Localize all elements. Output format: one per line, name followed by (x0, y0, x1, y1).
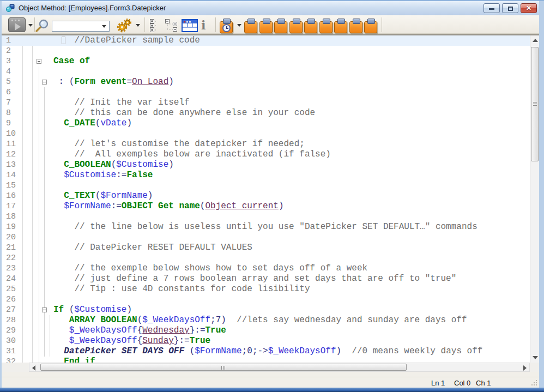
code-line[interactable]: 6 (2, 87, 530, 98)
code-line[interactable]: 27If ($Customise) (2, 305, 530, 315)
code-line[interactable]: 24 // just define a 7 rows boolean array… (2, 274, 530, 284)
horizontal-scroll-thumb[interactable] (40, 364, 407, 371)
clipboard-button-4[interactable] (289, 21, 303, 33)
code-line[interactable]: 26 (2, 294, 530, 305)
code-line[interactable]: 29 $_WeekDaysOff{Wednesday}:=True (2, 325, 530, 336)
code-line[interactable]: 1 //DatePicker sample code (2, 35, 530, 46)
macros-dropdown-arrow[interactable] (136, 24, 140, 27)
code-line[interactable]: 10 (2, 129, 530, 139)
line-number[interactable]: 13 (6, 160, 16, 170)
line-number[interactable]: 25 (6, 284, 16, 294)
line-number[interactable]: 31 (6, 346, 16, 357)
code-line[interactable]: 2 (2, 46, 530, 56)
line-number[interactable]: 20 (6, 232, 16, 243)
line-number[interactable]: 23 (6, 263, 16, 274)
line-number[interactable]: 18 (6, 212, 16, 222)
code-line[interactable]: 17 $FormName:=OBJECT Get name(Object cur… (2, 201, 530, 212)
code-line[interactable]: 18 (2, 212, 530, 222)
code-line[interactable]: 22 (2, 253, 530, 263)
scroll-up-arrow[interactable] (533, 39, 538, 42)
code-line[interactable]: 5 : (Form event=On Load) (2, 77, 530, 87)
resize-grip[interactable] (531, 379, 537, 386)
clipboard-button-5[interactable] (304, 21, 317, 33)
macros-gears-icon[interactable] (116, 18, 134, 33)
clipboard-button-1[interactable] (244, 21, 257, 33)
code-line[interactable]: 19 // the line below is useless until yo… (2, 222, 530, 232)
line-number[interactable]: 28 (6, 315, 16, 325)
title-bar[interactable]: Object Method: [Employees].Form3.Datepic… (2, 1, 539, 15)
code-line[interactable]: 20 (2, 232, 530, 243)
form-view-icon[interactable] (182, 19, 198, 32)
line-number[interactable]: 7 (6, 98, 11, 108)
code-line[interactable]: 31 DatePicker SET DAYS OFF ($FormName;0;… (2, 346, 530, 357)
code-line[interactable]: 13 C_BOOLEAN($Customise) (2, 160, 530, 170)
line-number[interactable]: 21 (6, 243, 16, 253)
run-dropdown-arrow[interactable] (28, 24, 33, 27)
code-line[interactable]: 9 C_DATE(vDate) (2, 118, 530, 129)
code-line[interactable]: 12 // All exemples below are inactivated… (2, 149, 530, 160)
line-number[interactable]: 5 (6, 77, 11, 87)
code-line[interactable]: 25 // Tip : use 4D constants for code li… (2, 284, 530, 294)
scroll-down-arrow[interactable] (533, 356, 538, 359)
line-number[interactable]: 16 (6, 191, 16, 201)
close-button[interactable]: ✕ (521, 3, 537, 13)
clipboard-button-8[interactable] (349, 21, 362, 33)
line-number[interactable]: 29 (6, 325, 16, 336)
scroll-left-arrow[interactable] (32, 365, 35, 371)
vertical-scrollbar[interactable] (530, 35, 539, 363)
line-number[interactable]: 32 (6, 357, 16, 363)
combo-dropdown-arrow[interactable] (102, 25, 106, 28)
code-line[interactable]: 11 // let's customise the datepicker if … (2, 139, 530, 149)
line-number[interactable]: 9 (6, 118, 11, 129)
line-number[interactable]: 24 (6, 274, 16, 284)
code-line[interactable]: 23 // the exemple below shows how to set… (2, 263, 530, 274)
code-line[interactable]: 28 ARRAY BOOLEAN($_WeekDaysOff;7) //lets… (2, 315, 530, 325)
line-number[interactable]: 26 (6, 294, 16, 305)
run-method-button[interactable] (8, 17, 26, 32)
code-line[interactable]: 8 // this can be done anywhere else in y… (2, 108, 530, 118)
code-line[interactable]: 14 $Customise:=False (2, 170, 530, 180)
clipboard-button-7[interactable] (334, 21, 347, 33)
minimize-button[interactable] (483, 3, 500, 13)
line-number[interactable]: 8 (6, 108, 11, 118)
line-number[interactable]: 3 (6, 56, 11, 67)
line-number[interactable]: 4 (6, 67, 11, 77)
scroll-right-arrow[interactable] (523, 365, 527, 371)
line-number[interactable]: 19 (6, 222, 16, 232)
line-number[interactable]: 14 (6, 170, 16, 180)
line-number[interactable]: 1 (6, 35, 11, 46)
horizontal-scrollbar[interactable] (29, 363, 530, 372)
clipboard-history-button[interactable] (220, 21, 233, 33)
expand-all-icon[interactable] (150, 19, 162, 32)
code-line[interactable]: 32 End if (2, 357, 530, 363)
clipboard-button-2[interactable] (259, 21, 273, 33)
fold-toggle[interactable] (37, 59, 41, 64)
line-number[interactable]: 15 (6, 180, 16, 191)
code-line[interactable]: 16 C_TEXT($FormName) (2, 191, 530, 201)
info-icon[interactable]: i (201, 19, 205, 32)
code-line[interactable]: 3Case of (2, 56, 530, 67)
clipboard-button-6[interactable] (319, 21, 333, 33)
vertical-scroll-thumb[interactable] (531, 47, 539, 161)
fold-toggle[interactable] (42, 307, 47, 312)
code-line[interactable]: 21 // DatePicker RESET DEFAULT VALUES (2, 243, 530, 253)
line-number[interactable]: 27 (6, 305, 16, 315)
line-number[interactable]: 30 (6, 336, 16, 346)
code-viewport[interactable]: 1 //DatePicker sample code23Case of45 : … (2, 35, 530, 363)
clipboard-button-9[interactable] (364, 21, 377, 33)
line-number[interactable]: 11 (6, 139, 16, 149)
code-line[interactable]: 7 // Init the var itself (2, 98, 530, 108)
code-line[interactable]: 4 (2, 67, 530, 77)
fold-toggle[interactable] (42, 80, 47, 85)
line-number[interactable]: 2 (6, 46, 11, 56)
line-number[interactable]: 22 (6, 253, 16, 263)
line-number[interactable]: 17 (6, 201, 16, 212)
clipboard-button-3[interactable] (274, 21, 287, 33)
line-number[interactable]: 12 (6, 149, 16, 160)
line-number[interactable]: 10 (6, 129, 16, 139)
restore-button[interactable] (502, 3, 518, 13)
search-input[interactable] (52, 21, 110, 32)
line-number[interactable]: 6 (6, 87, 11, 98)
collapse-all-icon[interactable] (165, 19, 178, 32)
code-line[interactable]: 30 $_WeekDaysOff{Sunday}:=True (2, 336, 530, 346)
